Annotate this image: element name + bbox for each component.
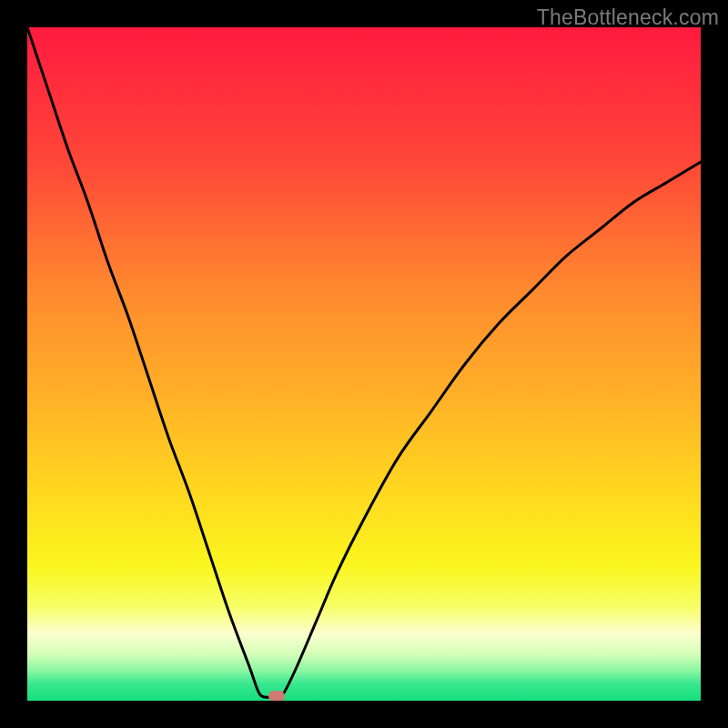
plot-area <box>27 27 701 701</box>
chart-frame: TheBottleneck.com <box>0 0 728 728</box>
watermark-text: TheBottleneck.com <box>537 5 719 30</box>
optimum-marker <box>268 691 285 701</box>
bottleneck-curve <box>27 27 701 701</box>
